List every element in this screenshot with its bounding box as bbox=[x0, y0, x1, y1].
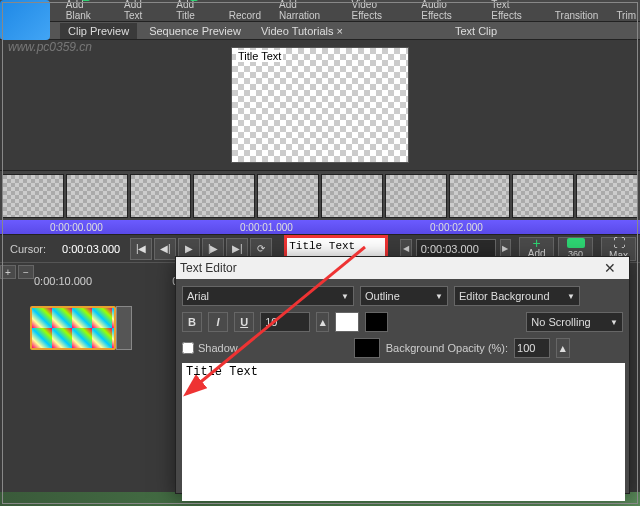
text-editor-canvas[interactable]: Title Text bbox=[182, 363, 625, 501]
preview-title-text: Title Text bbox=[236, 50, 283, 62]
tool-add-title[interactable]: Add Title bbox=[176, 0, 210, 21]
tool-label: Transition bbox=[555, 10, 599, 21]
tool-label: Video Effects bbox=[352, 0, 404, 21]
tool-label: Add Text bbox=[124, 0, 158, 21]
preview-area: Title Text bbox=[0, 40, 640, 170]
outline-color-swatch[interactable] bbox=[365, 312, 389, 332]
clip-handle[interactable] bbox=[116, 306, 132, 350]
cursor-time: 0:00:03.000 bbox=[62, 243, 120, 255]
thumb[interactable] bbox=[130, 174, 192, 218]
outline-select[interactable]: Outline▼ bbox=[360, 286, 448, 306]
shadow-check-input[interactable] bbox=[182, 342, 194, 354]
opacity-step[interactable]: ▴ bbox=[556, 338, 570, 358]
tool-label: Audio Effects bbox=[421, 0, 473, 21]
thumb[interactable] bbox=[512, 174, 574, 218]
zoom-in-button[interactable]: + bbox=[0, 265, 16, 279]
shadow-checkbox[interactable]: Shadow bbox=[182, 342, 238, 354]
step-back-button[interactable]: ◀| bbox=[154, 238, 176, 260]
scroll-select[interactable]: No Scrolling▼ bbox=[526, 312, 623, 332]
tool-record[interactable]: Record bbox=[229, 10, 261, 21]
preview-canvas[interactable]: Title Text bbox=[231, 47, 409, 163]
tab-video-tutorials[interactable]: Video Tutorials × bbox=[253, 23, 351, 39]
thumb[interactable] bbox=[66, 174, 128, 218]
time-marker: 0:00:02.000 bbox=[430, 222, 483, 233]
tab-sequence-preview[interactable]: Sequence Preview bbox=[141, 23, 249, 39]
dialog-titlebar[interactable]: Text Editor ✕ bbox=[176, 257, 629, 279]
opacity-label: Background Opacity (%): bbox=[386, 342, 508, 354]
skip-start-button[interactable]: |◀ bbox=[130, 238, 152, 260]
tool-label: Trim bbox=[616, 10, 636, 21]
text-editor-dialog: Text Editor ✕ Arial▼ Outline▼ Editor Bac… bbox=[175, 256, 630, 494]
tab-clip-preview[interactable]: Clip Preview bbox=[60, 23, 137, 39]
time-marker: 0:00:00.000 bbox=[50, 222, 103, 233]
tool-text-effects[interactable]: Text Effects bbox=[491, 0, 537, 21]
tool-trim[interactable]: Trim bbox=[616, 10, 636, 21]
tool-label: Record bbox=[229, 10, 261, 21]
opacity-input[interactable] bbox=[514, 338, 550, 358]
tool-label: Add Narration bbox=[279, 0, 334, 21]
tool-audio-effects[interactable]: Audio Effects bbox=[421, 0, 473, 21]
clip-thumbnail[interactable] bbox=[30, 306, 116, 350]
cursor-label: Cursor: bbox=[10, 243, 46, 255]
italic-button[interactable]: I bbox=[208, 312, 228, 332]
zoom-out-button[interactable]: − bbox=[18, 265, 34, 279]
dialog-title: Text Editor bbox=[180, 261, 237, 275]
thumb[interactable] bbox=[193, 174, 255, 218]
tool-add-blank[interactable]: Add Blank bbox=[66, 0, 106, 21]
tool-add-narration[interactable]: Add Narration bbox=[279, 0, 334, 21]
time-marker: 0:00:01.000 bbox=[240, 222, 293, 233]
tool-label: Add Title bbox=[176, 0, 210, 21]
tool-label: Add Blank bbox=[66, 0, 106, 21]
tool-add-text[interactable]: Add Text bbox=[124, 0, 158, 21]
tool-transition[interactable]: Transition bbox=[555, 10, 599, 21]
font-select[interactable]: Arial▼ bbox=[182, 286, 354, 306]
font-size-input[interactable] bbox=[260, 312, 310, 332]
thumb[interactable] bbox=[576, 174, 638, 218]
text-clip-label: Text Clip bbox=[455, 25, 497, 37]
tool-label: Text Effects bbox=[491, 0, 537, 21]
logo-badge bbox=[0, 0, 50, 40]
thumb[interactable] bbox=[321, 174, 383, 218]
tool-video-effects[interactable]: Video Effects bbox=[352, 0, 404, 21]
thumb[interactable] bbox=[385, 174, 447, 218]
thumb[interactable] bbox=[257, 174, 319, 218]
close-button[interactable]: ✕ bbox=[595, 258, 625, 278]
size-step[interactable]: ▴ bbox=[316, 312, 329, 332]
bold-button[interactable]: B bbox=[182, 312, 202, 332]
timeline-ruler[interactable]: 0:00:00.000 0:00:01.000 0:00:02.000 bbox=[0, 220, 640, 234]
bg-color-swatch[interactable] bbox=[354, 338, 380, 358]
bg-select[interactable]: Editor Background▼ bbox=[454, 286, 580, 306]
preview-tabs: Clip Preview Sequence Preview Video Tuto… bbox=[0, 22, 640, 40]
main-toolbar: Add Object Add Blank Add Text Add Title … bbox=[0, 0, 640, 22]
watermark: www.pc0359.cn bbox=[8, 40, 92, 54]
text-color-swatch[interactable] bbox=[335, 312, 359, 332]
filmstrip bbox=[0, 170, 640, 220]
underline-button[interactable]: U bbox=[234, 312, 254, 332]
time-marker: 0:00:10.000 bbox=[34, 275, 92, 287]
thumb[interactable] bbox=[2, 174, 64, 218]
shadow-label: Shadow bbox=[198, 342, 238, 354]
thumb[interactable] bbox=[449, 174, 511, 218]
